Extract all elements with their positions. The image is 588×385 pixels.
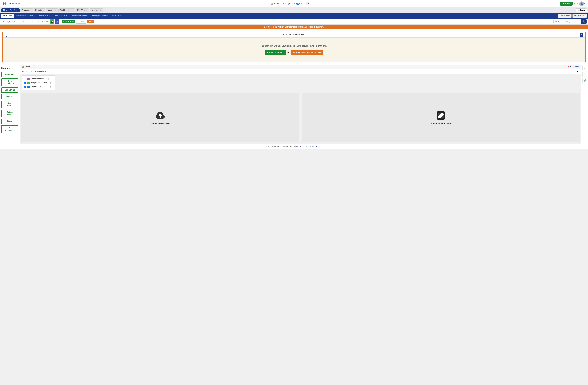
tab-overview[interactable]: Overview × — [20, 8, 33, 12]
search-box: 🔍 — [553, 19, 587, 24]
tab-label: Vacancies — [91, 9, 99, 11]
analysis-button[interactable]: Analysis — [76, 20, 87, 24]
chat-button[interactable]: 💬 — [50, 20, 54, 24]
vacant-arrow-icon[interactable]: ▾ — [52, 78, 53, 80]
departments-checkbox[interactable] — [24, 85, 26, 88]
org-charts-button[interactable]: ⊞ Org Charts 15 ▾ — [281, 2, 303, 5]
close-icon[interactable]: × — [30, 9, 31, 11]
tab-manage-bookmarks[interactable]: Manage bookmarks — [90, 14, 110, 18]
org-chart-icon: 📊 — [3, 9, 5, 11]
add-button[interactable]: ⊕ — [21, 20, 25, 24]
bookmarks-button[interactable]: 🔖 Bookmarks — [567, 66, 579, 68]
unpublished-button[interactable]: Unpublished — [558, 14, 571, 18]
close-icon[interactable]: × — [72, 9, 73, 11]
tab-change-styling[interactable]: Change styling — [36, 14, 51, 18]
search-button[interactable]: 🔍 — [581, 20, 587, 24]
chart-builder-title: Chart Builder : Selected 0 — [282, 34, 306, 36]
tab-chart-behaviour[interactable]: Chart behaviour — [52, 14, 68, 18]
settings-chart-controls[interactable]: ChartControls — [1, 101, 19, 108]
tab-map-view[interactable]: Map View × — [76, 8, 89, 12]
help-button[interactable]: ? ▾ — [306, 2, 309, 5]
create-from-scratch-panel[interactable]: Create From Scratch — [302, 93, 580, 142]
close-icon[interactable]: × — [43, 9, 43, 11]
upload-spreadsheet-panel[interactable]: Upload Spreadsheet — [21, 93, 299, 142]
zoom-in-button[interactable]: 🔍+ — [11, 20, 15, 24]
help-circle-icon[interactable]: ? — [4, 33, 8, 37]
settings-all-annotations[interactable]: AllAnnotations — [1, 125, 19, 133]
tab-view-chart[interactable]: View Chart — [1, 14, 14, 18]
close-icon[interactable]: × — [86, 9, 87, 11]
undo-button[interactable]: ↺ — [26, 20, 30, 24]
status-buttons: Unpublished Manual/Excel — [558, 14, 587, 18]
privacy-policy-link[interactable]: Privacy Policy — [298, 145, 309, 147]
tutorials-button[interactable]: Tutorials — [560, 1, 573, 6]
top-nav-center: 🏠 Home ⊞ Org Charts 15 ▾ ? ▾ — [20, 2, 560, 5]
zoom-out-button[interactable]: 🔍− — [6, 20, 10, 24]
vacant-count: (0) — [48, 78, 51, 80]
pencil-button[interactable]: ✏ — [45, 20, 49, 24]
tab-your-org-chart[interactable]: 📊 Your Org Chart — [1, 8, 20, 12]
departments-label: Departments — [31, 86, 49, 88]
settings-behavior[interactable]: Behavior — [1, 94, 19, 99]
chart-wrapper: ? Chart Builder : Selected 0 ▲ This char… — [0, 29, 588, 64]
link-sidebar-button[interactable]: 🔗 — [582, 78, 587, 83]
settings-data-fields[interactable]: Data &Fields — [1, 110, 19, 117]
logo-icon: 👥 — [2, 2, 6, 6]
home-icon: 🏠 — [271, 2, 273, 5]
search-input[interactable] — [554, 20, 581, 23]
upload-chart-data-button[interactable]: Upload Chart Data — [265, 50, 286, 55]
help-sidebar-button[interactable]: ? — [582, 66, 587, 71]
edit-button[interactable]: Edit — [87, 20, 95, 23]
enter-data-by-hand-button[interactable]: click here to enter data by hand — [291, 50, 323, 55]
tab-vacancies[interactable]: Vacancies × — [89, 8, 103, 12]
tab-conditional-formatting[interactable]: Conditional formatting — [69, 14, 90, 18]
tab-choose-box-contents[interactable]: Choose box contents — [15, 14, 36, 18]
settings-rules[interactable]: Rules — [1, 119, 19, 124]
avatar: 👤 — [579, 1, 584, 6]
chart-empty-text: This chart contains no data. Start by up… — [260, 45, 328, 47]
edit-title-icon[interactable]: ✏ — [18, 2, 20, 5]
share-sidebar-button[interactable]: ⤢ — [582, 72, 587, 77]
box-draw-button[interactable]: ▭ — [40, 20, 44, 24]
vacant-positions-item: Vacant positions (0) ▾ — [23, 77, 54, 81]
toolbar: T 🔍− 🔍+ ↔ ⊕ ↺ ⤢ ↑⊙ ▭ ✏ 💬 ⊞ Create Plan A… — [0, 19, 588, 25]
user-chevron-icon: ▾ — [584, 2, 586, 5]
tab-label: Overview — [22, 9, 30, 11]
org-charts-label: Org Charts — [285, 2, 295, 5]
chevron-down-icon: ▾ — [301, 2, 302, 5]
actions-button[interactable]: Actions ▾ — [576, 8, 587, 12]
actions-label: Actions — [578, 9, 584, 11]
close-icon[interactable]: × — [100, 9, 101, 11]
temporary-positions-checkbox[interactable] — [24, 81, 26, 84]
back-to-top-button[interactable]: Back To Top — [22, 70, 32, 73]
settings-box-contents[interactable]: Boxcontents — [1, 78, 19, 86]
collapse-button[interactable]: ▲ — [580, 33, 584, 37]
settings-box-styling[interactable]: Box Styling — [1, 87, 19, 93]
settings-button[interactable]: ⚙ ▾ — [574, 2, 578, 5]
tab-staff-directory[interactable]: Staff Directory × — [59, 8, 75, 12]
tab-data-source[interactable]: Data Source — [110, 14, 124, 18]
tab-analysis[interactable]: Analysis × — [46, 8, 58, 12]
create-plan-button[interactable]: Create Plan — [62, 20, 75, 23]
terms-of-use-link[interactable]: Terms Of Use — [310, 145, 320, 147]
bookmarks-icon: 🔖 — [567, 66, 570, 68]
up-one-level-button[interactable]: Up One Level — [34, 70, 45, 73]
home-text: Home — [25, 66, 30, 68]
tab-reports[interactable]: Reports × — [34, 8, 45, 12]
expand-button[interactable]: ⤢ — [30, 20, 35, 24]
filter-dropdown[interactable]: ▾ — [576, 70, 579, 73]
vacant-positions-checkbox[interactable] — [24, 78, 26, 80]
manual-excel-button[interactable]: Manual/Excel — [572, 14, 587, 18]
upload-cloud-icon — [155, 111, 165, 120]
grid-button[interactable]: ⊞ — [55, 20, 59, 24]
departments-item: Departments (0) — [23, 85, 54, 89]
temporary-positions-item: Temporary positions (0) — [23, 81, 54, 85]
text-tool-button[interactable]: T — [1, 20, 5, 24]
close-icon[interactable]: × — [55, 9, 56, 11]
help-icon: ? — [306, 2, 307, 5]
settings-chart-data[interactable]: Chart Data — [1, 72, 19, 77]
fit-width-button[interactable]: ↔ — [16, 20, 20, 24]
home-link[interactable]: 🏠 Home — [271, 2, 279, 5]
user-button[interactable]: 👤 ▾ — [579, 1, 586, 6]
up-button[interactable]: ↑⊙ — [35, 20, 40, 24]
